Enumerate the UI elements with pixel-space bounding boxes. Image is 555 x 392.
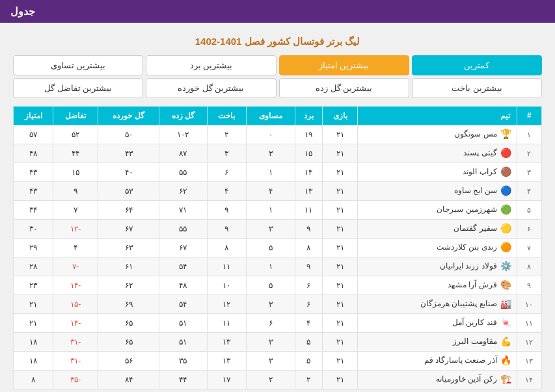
cell-draw: ۲ (246, 371, 295, 389)
table-row: ۷ 🟠زندی بتن کلاردشت ۲۱ ۸ ۵ ۸ ۶۷ ۶۳ ۴ ۲۹ (14, 239, 542, 257)
cell-diff: -۷ (53, 257, 98, 276)
col-diff: تفاضل (53, 107, 98, 125)
page-wrapper: جدول لیگ برتر فوتسال کشور فصل 1401-1402 … (0, 0, 555, 392)
cell-played: ۲۱ (323, 125, 358, 144)
cell-lost: ۱۳ (207, 333, 246, 352)
cell-won: ۶ (295, 295, 323, 314)
cell-diff: -۱۴ (53, 314, 98, 333)
cell-pts: ۴۳ (14, 182, 53, 201)
cell-rank: ۲ (517, 144, 541, 163)
cell-rank: ۱۳ (517, 352, 541, 371)
cell-team: 🏭صنایع پشتیبان هرمزگان (357, 295, 517, 314)
cell-diff: -۳۱ (53, 333, 98, 352)
cell-team: 💪مقاومت البرز (357, 333, 517, 352)
cell-team: 🟤کراپ الوند (357, 163, 517, 182)
table-row: ۹ 🎨فرش آرا مشهد ۲۱ ۶ ۵ ۱۰ ۴۸ ۶۲ -۱۴ ۲۳ (14, 276, 542, 295)
cell-rank: ۴ (517, 182, 541, 201)
cell-pts: ۲۱ (14, 295, 53, 314)
filter-buttons-row1: کمترین بیشترین امتیاز بیشترین برد بیشتری… (13, 55, 542, 75)
cell-gf: ۵۱ (159, 333, 207, 352)
cell-draw: ۱ (246, 163, 295, 182)
cell-rank: ۶ (517, 220, 541, 239)
filter-btn-least[interactable]: کمترین (412, 55, 542, 75)
cell-won: ۹ (295, 257, 323, 276)
cell-ga: ۶۴ (98, 201, 159, 220)
cell-gf: ۴۸ (159, 276, 207, 295)
cell-draw: ۶ (246, 314, 295, 333)
table-row: ۴ 🔵سن ایج ساوه ۲۱ ۱۳ ۴ ۴ ۶۲ ۵۳ ۹ ۴۳ (14, 182, 542, 201)
cell-won: ۵ (295, 352, 323, 371)
cell-pts: ۳۰ (14, 220, 53, 239)
cell-lost: ۱۷ (207, 371, 246, 389)
cell-played: ۲۱ (323, 371, 358, 389)
cell-won: ۱۹ (295, 125, 323, 144)
col-lost: باخت (207, 107, 246, 125)
cell-draw: ۳ (246, 144, 295, 163)
cell-lost: ۱۱ (207, 314, 246, 333)
cell-pts: ۲۱ (14, 314, 53, 333)
cell-team: 🏆مس سونگون (357, 125, 517, 144)
cell-rank: ۱۱ (517, 314, 541, 333)
cell-team: 🔥آذر صنعت پاسارگاد قم (357, 352, 517, 371)
table-row: ۲ 🔴گیتی پسند ۲۱ ۱۵ ۳ ۳ ۸۷ ۴۳ ۴۴ ۴۸ (14, 144, 542, 163)
filter-btn-most-win[interactable]: بیشترین برد (146, 55, 276, 75)
cell-gf: ۷۱ (159, 201, 207, 220)
cell-pts: ۲۸ (14, 257, 53, 276)
cell-team: 🟠زندی بتن کلاردشت (357, 239, 517, 257)
cell-diff: ۵۲ (53, 125, 98, 144)
cell-played: ۲۱ (323, 220, 358, 239)
cell-gf: ۵۱ (159, 314, 207, 333)
cell-rank: ۷ (517, 239, 541, 257)
team-icon: 🔴 (500, 148, 511, 159)
cell-diff: -۱۲ (53, 220, 98, 239)
team-icon: 🟤 (500, 166, 511, 178)
cell-won: ۲ (295, 371, 323, 389)
team-icon: 🔥 (500, 355, 511, 367)
team-icon: 🏗️ (500, 374, 511, 385)
table-row: ۵ 🟢شهرزمین سیرجان ۲۱ ۱۱ ۱ ۹ ۷۱ ۶۴ ۷ ۳۴ (14, 201, 542, 220)
cell-draw: ۰ (246, 125, 295, 144)
cell-gf: ۶۲ (159, 182, 207, 201)
cell-team: 🏗️رکن آذین خاورمیانه (357, 371, 517, 389)
cell-ga: ۵۶ (98, 352, 159, 371)
top-header: جدول (0, 0, 555, 23)
cell-draw: ۳ (246, 333, 295, 352)
team-icon: 🟢 (500, 204, 511, 216)
team-icon: 🎨 (500, 280, 511, 291)
cell-rank: ۱ (517, 125, 541, 144)
cell-ga: ۶۳ (98, 239, 159, 257)
team-icon: ⚙️ (500, 261, 511, 272)
table-row: ۱۰ 🏭صنایع پشتیبان هرمزگان ۲۱ ۶ ۳ ۱۲ ۵۴ ۶… (14, 295, 542, 314)
cell-draw: ۱ (246, 201, 295, 220)
cell-pts: ۵۷ (14, 125, 53, 144)
filter-btn-most-ga[interactable]: بیشترین گل خورده (146, 78, 276, 98)
standings-table: # تیم بازی برد مساوی باخت گل زده گل خورد… (13, 106, 542, 389)
cell-played: ۲۱ (323, 163, 358, 182)
cell-gf: ۸۷ (159, 144, 207, 163)
cell-rank: ۱۴ (517, 371, 541, 389)
cell-won: ۸ (295, 239, 323, 257)
cell-ga: ۶۵ (98, 314, 159, 333)
filter-btn-most-diff[interactable]: بیشترین تفاضل گل (13, 78, 143, 98)
cell-played: ۲۱ (323, 257, 358, 276)
table-row: ۱ 🏆مس سونگون ۲۱ ۱۹ ۰ ۲ ۱۰۲ ۵۰ ۵۲ ۵۷ (14, 125, 542, 144)
cell-played: ۲۱ (323, 276, 358, 295)
cell-played: ۲۱ (323, 314, 358, 333)
cell-played: ۲۱ (323, 333, 358, 352)
filter-btn-most-loss[interactable]: بیشترین باخت (412, 78, 542, 98)
cell-pts: ۸ (14, 371, 53, 389)
cell-gf: ۵۴ (159, 295, 207, 314)
filter-btn-most-draw[interactable]: بیشترین تساوی (13, 55, 143, 75)
filter-btn-most-pts[interactable]: بیشترین امتیاز (279, 55, 409, 75)
cell-won: ۱۵ (295, 144, 323, 163)
table-row: ۱۱ 🍬قند کارین آمل ۲۱ ۴ ۶ ۱۱ ۵۱ ۶۵ -۱۴ ۲۱ (14, 314, 542, 333)
cell-diff: -۳۱ (53, 352, 98, 371)
table-row: ۱۲ 💪مقاومت البرز ۲۱ ۵ ۳ ۱۳ ۵۱ ۶۵ -۳۱ ۱۸ (14, 333, 542, 352)
cell-draw: ۳ (246, 352, 295, 371)
filter-btn-most-gf[interactable]: بیشترین گل زده (279, 78, 409, 98)
cell-lost: ۳ (207, 144, 246, 163)
cell-pts: ۲۳ (14, 276, 53, 295)
cell-ga: ۶۱ (98, 257, 159, 276)
cell-played: ۲۱ (323, 144, 358, 163)
cell-gf: ۱۰۲ (159, 125, 207, 144)
